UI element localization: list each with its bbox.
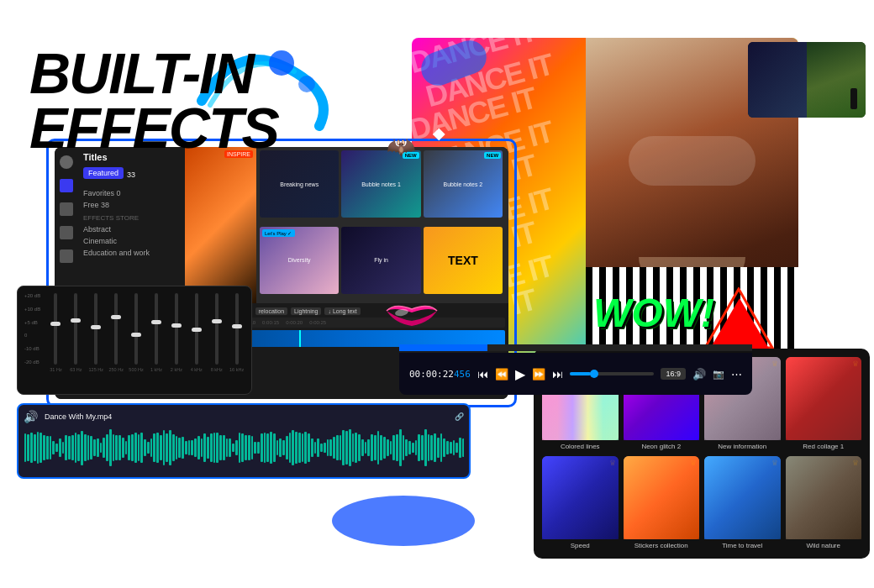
eq-slider-4khz[interactable] (188, 293, 204, 365)
prev-frame-btn[interactable]: ⏮ (477, 368, 488, 381)
color-icon[interactable] (60, 249, 73, 263)
rewind-btn[interactable]: ⏪ (495, 368, 508, 381)
waveform-bar (138, 434, 140, 462)
transitions-icon[interactable] (60, 226, 73, 239)
eq-handle-8k (212, 319, 222, 323)
waveform-bar (188, 440, 191, 454)
waveform-bar (172, 434, 175, 460)
volume-btn[interactable]: 🔊 (692, 368, 706, 381)
waveform-header: 🔊 Dance With My.mp4 🔗 (24, 410, 464, 423)
title-card-text[interactable]: TEXT (424, 227, 503, 294)
eq-slider-2khz[interactable] (168, 293, 184, 365)
playhead (299, 330, 301, 347)
waveform-bar (345, 431, 348, 465)
waveform-bar (440, 433, 443, 462)
effects-icon[interactable] (60, 202, 73, 216)
waveform-bar (166, 433, 168, 463)
snapshot-btn[interactable]: 📷 (713, 369, 724, 380)
title-card-bubble1[interactable]: Bubble notes 1 NEW (341, 150, 420, 218)
waveform-bar (34, 434, 36, 460)
sunset-grass-right (807, 42, 866, 118)
effect-label-wild-nature: Wild nature (786, 542, 862, 550)
waveform-bar (349, 429, 351, 465)
waveform-bar (229, 438, 231, 456)
waveform-bar (106, 434, 108, 461)
waveform-bar (279, 438, 282, 457)
eq-slider-8khz[interactable] (208, 293, 224, 365)
wow-text: WOW! (593, 290, 714, 336)
eq-slider-16khz[interactable] (229, 293, 245, 365)
effect-label-neon-glitch: Neon glitch 2 (624, 443, 700, 451)
waveform-bar (387, 439, 389, 455)
eq-slider-63hz[interactable] (68, 293, 84, 365)
eq-handle-31 (50, 322, 61, 326)
link-icon: 🔗 (455, 412, 464, 421)
next-frame-btn[interactable]: ⏭ (552, 368, 563, 381)
waveform-bar (239, 433, 241, 464)
waveform-bar (282, 440, 285, 456)
eq-slider-250hz[interactable] (108, 293, 124, 365)
waveform-bar (421, 435, 424, 459)
bat-character-decoration: 🦇 (387, 133, 416, 160)
effect-wild-nature[interactable]: ♛ Wild nature (786, 456, 862, 550)
waveform-bar (377, 431, 380, 465)
effect-speed[interactable]: ♛ Speed (542, 456, 619, 550)
effect-thumb-stickers: ♛ (624, 456, 700, 539)
waveform-bar (352, 433, 355, 461)
effect-stickers[interactable]: ♛ Stickers collection (624, 456, 700, 550)
waveform-bar (327, 439, 329, 456)
waveform-bar (90, 436, 92, 460)
aspect-ratio-selector[interactable]: 16:9 (661, 368, 686, 380)
waveform-bar (210, 433, 213, 462)
featured-tag[interactable]: Featured (83, 167, 124, 179)
svg-point-2 (332, 496, 475, 546)
waveform-bar (128, 435, 130, 459)
more-options-btn[interactable]: ⋯ (731, 368, 742, 381)
db-zero: 0 (24, 333, 45, 338)
night-sky-left (748, 42, 807, 118)
long-text-strip: ↓ Long text (324, 307, 360, 315)
waveform-filename: Dance With My.mp4 (45, 412, 112, 421)
effect-red-collage[interactable]: ♛ Red collage 1 (786, 357, 862, 451)
waveform-bar (163, 430, 166, 466)
eq-handle-16k (232, 324, 242, 328)
waveform-panel: 🔊 Dance With My.mp4 🔗 (17, 403, 471, 479)
text-icon[interactable] (60, 179, 73, 192)
waveform-bar (254, 442, 256, 454)
eq-handle-125 (91, 325, 101, 329)
forward-btn[interactable]: ⏩ (532, 368, 545, 381)
waveform-bar (266, 433, 269, 461)
blue-circle-deco-2 (298, 76, 315, 92)
eq-slider-1khz[interactable] (149, 293, 165, 365)
title-card-bubble2[interactable]: Bubble notes 2 NEW (424, 150, 503, 218)
waveform-bar (264, 433, 266, 463)
waveform-bar (87, 435, 90, 460)
eq-handle-63 (71, 318, 81, 323)
waveform-bar (415, 440, 418, 456)
waveform-bar (93, 439, 96, 457)
waveform-bar (396, 434, 398, 461)
play-btn[interactable]: ▶ (515, 366, 525, 382)
title-card-flyin[interactable]: Fly in (341, 227, 420, 294)
video-progress-bar[interactable] (399, 344, 752, 351)
effect-time-to-travel[interactable]: ♛ Time to travel (704, 456, 781, 550)
eq-slider-125hz[interactable] (88, 293, 104, 365)
title-card-diversity[interactable]: Diversity Let's Play ✓ (260, 227, 339, 294)
waveform-bar (273, 433, 276, 463)
freq-1k: 1 kHz (149, 367, 165, 372)
freq-4k: 4 kHz (188, 367, 204, 372)
waveform-bar (226, 438, 229, 458)
title-card-breaking[interactable]: Breaking news (260, 150, 339, 218)
video-controls-bar: 00:00:22456 ⏮ ⏪ ▶ ⏩ ⏭ 16:9 🔊 📷 ⋯ (399, 353, 752, 395)
eq-slider-31hz[interactable] (48, 293, 64, 365)
waveform-bar (223, 435, 225, 459)
effect-label-red-collage: Red collage 1 (786, 443, 862, 451)
waveform-bar (311, 438, 313, 458)
playback-scrubber[interactable] (590, 370, 598, 378)
waveform-bar (292, 430, 294, 466)
playback-progress[interactable] (570, 372, 655, 375)
waveform-bar (437, 438, 440, 459)
waveform-bar (235, 440, 238, 455)
waveform-bar (361, 439, 364, 456)
eq-slider-500hz[interactable] (129, 293, 145, 365)
